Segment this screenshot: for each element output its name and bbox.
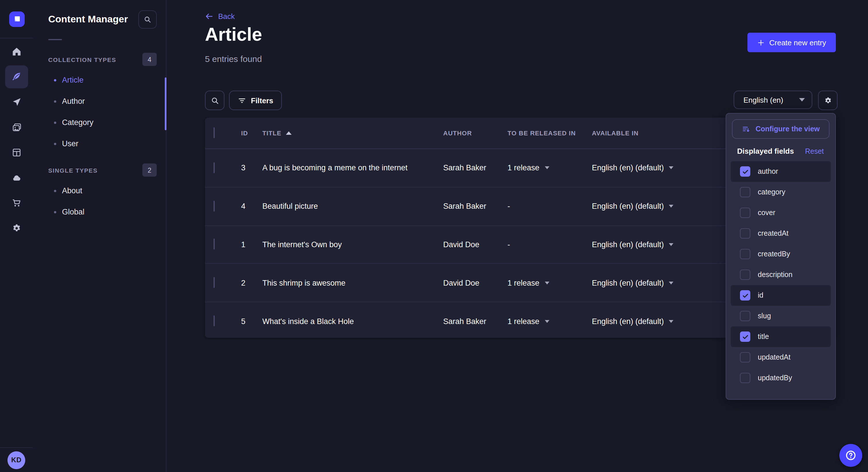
rail-item-media-library[interactable]	[5, 116, 28, 139]
checkbox-icon[interactable]	[740, 270, 750, 280]
checkbox-icon[interactable]	[740, 228, 750, 239]
rail-logo-area	[0, 0, 33, 38]
marketplace-cart-icon	[11, 198, 22, 208]
cell-title: What's inside a Black Hole	[262, 317, 443, 326]
checkbox-checked-icon[interactable]	[740, 166, 750, 177]
help-button[interactable]	[839, 444, 862, 467]
back-link[interactable]: Back	[205, 12, 235, 21]
checkbox-icon[interactable]	[740, 311, 750, 321]
checkbox-icon[interactable]	[740, 373, 750, 383]
column-header-title[interactable]: TITLE	[262, 130, 443, 136]
checkbox-checked-icon[interactable]	[740, 332, 750, 342]
rail-item-home[interactable]	[5, 40, 28, 63]
chevron-down-icon	[545, 281, 549, 284]
reset-link[interactable]: Reset	[805, 147, 824, 155]
rail-item-content-type-builder[interactable]	[5, 141, 28, 164]
gear-icon	[824, 96, 832, 105]
field-option-createdAt[interactable]: createdAt	[731, 223, 831, 244]
rail-item-deploy[interactable]	[5, 166, 28, 189]
view-settings-popover: Configure the view Displayed fields Rese…	[725, 113, 836, 400]
field-option-category[interactable]: category	[731, 182, 831, 202]
checkbox-checked-icon[interactable]	[740, 290, 750, 301]
sidebar-item-label: Article	[62, 76, 84, 84]
row-checkbox[interactable]	[214, 162, 215, 173]
sidebar-item-author[interactable]: Author	[33, 91, 166, 112]
cell-release-dropdown[interactable]: 1 release	[507, 164, 592, 172]
cell-release-dropdown[interactable]: 1 release	[507, 279, 592, 287]
sidebar-item-label: Author	[62, 97, 85, 105]
cell-id: 2	[241, 279, 262, 287]
view-settings-button[interactable]	[818, 91, 838, 110]
column-header-author[interactable]: AUTHOR	[443, 130, 507, 136]
chevron-down-icon	[545, 320, 549, 323]
sidebar-item-user[interactable]: User	[33, 133, 166, 154]
field-option-updatedBy[interactable]: updatedBy	[731, 368, 831, 388]
bullet-icon	[54, 211, 56, 213]
field-option-cover[interactable]: cover	[731, 202, 831, 223]
field-option-updatedAt[interactable]: updatedAt	[731, 347, 831, 368]
chevron-down-icon	[669, 281, 674, 284]
chevron-down-icon	[799, 98, 805, 102]
row-checkbox[interactable]	[214, 277, 215, 288]
rail-items	[0, 38, 33, 240]
sidebar-item-global[interactable]: Global	[33, 201, 166, 223]
cell-release-dropdown[interactable]: 1 release	[507, 317, 592, 326]
column-header-id[interactable]: ID	[241, 130, 262, 136]
row-checkbox[interactable]	[214, 315, 215, 326]
chevron-down-icon	[669, 320, 674, 323]
cell-release: -	[507, 202, 592, 210]
filters-button[interactable]: Filters	[229, 91, 282, 110]
column-header-to-be-released-in[interactable]: TO BE RELEASED IN	[507, 130, 592, 136]
strapi-logo-icon	[12, 14, 21, 23]
rail-item-marketplace[interactable]	[5, 192, 28, 214]
create-new-entry-button[interactable]: Create new entry	[747, 33, 836, 52]
field-option-slug[interactable]: slug	[731, 306, 831, 326]
select-all-checkbox[interactable]	[214, 127, 215, 138]
checkbox-icon[interactable]	[740, 187, 750, 197]
field-option-description[interactable]: description	[731, 264, 831, 285]
row-checkbox[interactable]	[214, 200, 215, 211]
cell-author: Sarah Baker	[443, 202, 507, 210]
checkbox-icon[interactable]	[740, 208, 750, 218]
configure-view-label: Configure the view	[755, 125, 820, 133]
configure-the-view-button[interactable]: Configure the view	[732, 119, 830, 139]
cell-id: 1	[241, 240, 262, 249]
field-option-createdBy[interactable]: createdBy	[731, 244, 831, 264]
field-option-author[interactable]: author	[731, 161, 831, 182]
sidebar-item-article[interactable]: Article	[33, 69, 166, 91]
user-avatar[interactable]: KD	[7, 451, 25, 469]
cell-id: 4	[241, 202, 262, 210]
field-option-title[interactable]: title	[731, 326, 831, 347]
field-option-id[interactable]: id	[731, 285, 831, 306]
settings-gear-icon	[11, 223, 22, 233]
strapi-logo[interactable]	[9, 11, 24, 27]
bullet-icon	[54, 121, 56, 124]
sort-asc-icon	[286, 131, 291, 135]
sidebar-section-collection-types: COLLECTION TYPES 4 Article Author Catego…	[33, 48, 166, 154]
checkbox-icon[interactable]	[740, 249, 750, 259]
cell-author: David Doe	[443, 279, 507, 287]
back-arrow-icon	[205, 12, 214, 21]
rail-item-content-manager[interactable]	[5, 65, 28, 88]
locale-select[interactable]: English (en)	[734, 91, 812, 109]
entries-count: 5 entries found	[205, 54, 262, 64]
media-library-icon	[11, 122, 22, 133]
rail-item-settings[interactable]	[5, 217, 28, 240]
cell-title: The internet's Own boy	[262, 240, 443, 249]
layout-icon	[11, 147, 22, 158]
home-icon	[11, 46, 22, 57]
rail-item-releases[interactable]	[5, 91, 28, 113]
content-manager-sidebar: Content Manager COLLECTION TYPES 4 Artic…	[33, 0, 166, 472]
sidebar-search-button[interactable]	[138, 10, 157, 29]
checkbox-icon[interactable]	[740, 352, 750, 363]
sidebar-item-category[interactable]: Category	[33, 112, 166, 133]
cloud-icon	[11, 173, 22, 183]
table-search-button[interactable]	[205, 91, 224, 110]
row-checkbox[interactable]	[214, 239, 215, 250]
chevron-down-icon	[669, 243, 674, 246]
content-feather-icon	[11, 72, 22, 82]
sidebar-item-about[interactable]: About	[33, 180, 166, 201]
cell-title: A bug is becoming a meme on the internet	[262, 164, 443, 172]
strapi-admin-app: KD Content Manager COLLECTION TYPES 4 Ar…	[0, 0, 868, 472]
back-label: Back	[218, 12, 235, 21]
